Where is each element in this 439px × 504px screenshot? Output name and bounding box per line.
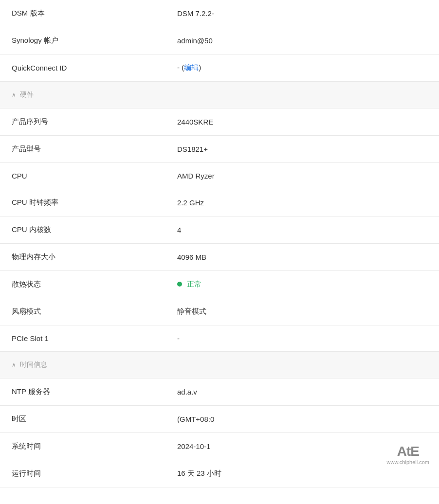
chevron-up-icon: ∧: [12, 91, 16, 98]
watermark: AtE www.chiphell.com: [387, 444, 429, 465]
info-row-value: 正常: [165, 271, 439, 298]
info-row-label: QuickConnect ID: [0, 54, 165, 82]
info-row-value: admin@50: [165, 27, 439, 54]
info-row-label: PCIe Slot 1: [0, 325, 165, 352]
info-row-value: 2.2 GHz: [165, 189, 439, 216]
quickconnect-value: -: [177, 63, 182, 72]
info-row-label: 产品型号: [0, 136, 165, 163]
status-dot-icon: [177, 282, 182, 287]
section-label: 硬件: [20, 90, 34, 99]
info-row-value: DSM 7.2.2-: [165, 0, 439, 27]
info-row-label: 系统时间: [0, 433, 165, 460]
info-row-label: 散热状态: [0, 271, 165, 298]
info-row-value: 4: [165, 216, 439, 244]
section-label: 时间信息: [20, 360, 47, 369]
info-row-label: Synology 帐户: [0, 27, 165, 54]
edit-link[interactable]: 编辑: [184, 63, 199, 72]
info-row-value: DS1821+: [165, 136, 439, 163]
info-row-label: 运行时间: [0, 460, 165, 487]
info-row-label: CPU 时钟频率: [0, 189, 165, 216]
info-row-value: - (编辑): [165, 54, 439, 82]
info-row-value: ad.a.v: [165, 378, 439, 406]
chevron-up-icon: ∧: [12, 361, 16, 368]
info-row-label: 时区: [0, 406, 165, 433]
info-row-label: 风扇模式: [0, 298, 165, 325]
info-row-label: 产品序列号: [0, 108, 165, 136]
info-row-label: 物理内存大小: [0, 244, 165, 271]
info-row-value: (GMT+08:0: [165, 406, 439, 433]
info-row-value: 静音模式: [165, 298, 439, 325]
system-info-table: DSM 版本DSM 7.2.2-Synology 帐户admin@50Quick…: [0, 0, 439, 487]
info-row-label: NTP 服务器: [0, 378, 165, 406]
watermark-site: www.chiphell.com: [387, 459, 429, 465]
info-row-label: CPU: [0, 163, 165, 189]
info-row-value: 4096 MB: [165, 244, 439, 271]
info-row-value: -: [165, 325, 439, 352]
section-header-cell: ∧ 硬件: [0, 82, 439, 108]
info-row-value: 2440SKRE: [165, 108, 439, 136]
info-row-label: DSM 版本: [0, 0, 165, 27]
info-row-label: CPU 内核数: [0, 216, 165, 244]
info-row-value: AMD Ryzer: [165, 163, 439, 189]
section-header-cell: ∧ 时间信息: [0, 352, 439, 378]
status-text: 正常: [187, 280, 201, 288]
watermark-logo: AtE: [387, 444, 429, 459]
